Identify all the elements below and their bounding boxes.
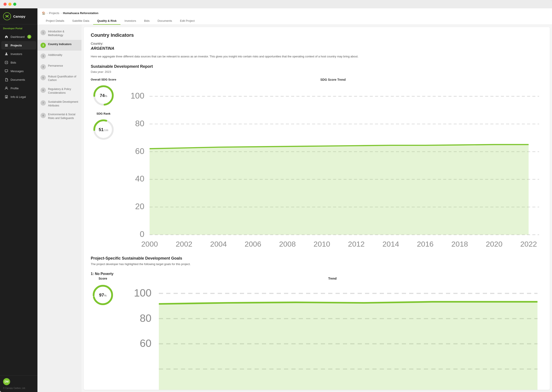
logo-text: Canopy xyxy=(13,14,25,18)
goal1-title: 1: No Poverty xyxy=(91,272,543,276)
svg-text:60: 60 xyxy=(140,337,152,349)
step-8[interactable]: 8 Environmental & Social Risks and Safeg… xyxy=(37,110,81,123)
step-4[interactable]: 4 Permanence xyxy=(37,61,81,72)
tab-quality-risk[interactable]: Quality & Risk xyxy=(93,17,121,25)
svg-text:0: 0 xyxy=(140,230,144,239)
step-num-3: 3 xyxy=(41,53,46,59)
breadcrumb-sep1: › xyxy=(47,11,48,15)
sidebar-item-investors[interactable]: Investors xyxy=(1,50,36,58)
sdg-rank-number: 51 xyxy=(99,127,103,132)
sdg-rank-label: SDG Rank xyxy=(91,112,116,115)
step-6[interactable]: 6 Regulatory & Policy Considerations xyxy=(37,85,81,98)
step-label-8: Environmental & Social Risks and Safegua… xyxy=(48,113,78,120)
tab-satellite-data[interactable]: Satellite Data xyxy=(68,17,93,25)
sidebar-item-bids[interactable]: Bids xyxy=(1,58,36,67)
step-label-5: Robust Quantification of Carbon xyxy=(48,75,78,82)
sidebar-item-info-legal[interactable]: Info & Legal xyxy=(1,93,36,101)
chat-icon xyxy=(4,69,8,73)
sidebar: Canopy Developer Portal Dashboard 1 xyxy=(0,8,37,392)
svg-rect-5 xyxy=(5,44,8,45)
step-label-3: Additionality xyxy=(48,53,62,57)
section-title: Country Indicators xyxy=(91,32,543,38)
step-7[interactable]: 7 Sustainable Development Attributes xyxy=(37,98,81,110)
tab-investors[interactable]: Investors xyxy=(121,17,140,25)
goal1-score-unit: % xyxy=(104,294,107,297)
svg-rect-13 xyxy=(6,97,7,98)
sdg-row: Overall SDG Score 74% xyxy=(91,78,543,249)
sdg-trend-chart: 100 80 60 40 20 0 xyxy=(123,84,543,248)
app-window: Canopy Developer Portal Dashboard 1 xyxy=(0,8,552,392)
sidebar-item-messages[interactable]: Messages xyxy=(1,67,36,75)
breadcrumb-projects[interactable]: Projects xyxy=(49,11,59,15)
sidebar-label-documents: Documents xyxy=(11,78,25,81)
home-breadcrumb-icon[interactable]: 🏠 xyxy=(42,11,45,15)
svg-text:2020: 2020 xyxy=(486,240,502,248)
svg-text:100: 100 xyxy=(131,91,144,100)
sidebar-section-label: Developer Portal xyxy=(0,24,37,31)
tab-project-details[interactable]: Project Details xyxy=(42,17,68,25)
goal1-score-label: Score xyxy=(91,277,115,280)
content-area: 1 Introduction & Methodology 2 Country I… xyxy=(37,25,552,392)
tab-documents[interactable]: Documents xyxy=(153,17,176,25)
svg-rect-7 xyxy=(5,46,8,46)
sidebar-item-dashboard[interactable]: Dashboard 1 xyxy=(1,33,36,41)
sdg-chart-title: SDG Score Trend xyxy=(123,78,543,81)
svg-text:2022: 2022 xyxy=(520,240,537,248)
step-1[interactable]: 1 Introduction & Methodology xyxy=(37,27,81,40)
goal1-trend-label: Trend xyxy=(122,277,543,280)
tab-bids[interactable]: Bids xyxy=(140,17,153,25)
goals-title: Project-Specific Sustainable Development… xyxy=(91,256,543,261)
sidebar-item-projects[interactable]: Projects xyxy=(1,41,36,49)
sidebar-item-documents[interactable]: Documents xyxy=(1,76,36,84)
svg-text:2012: 2012 xyxy=(348,240,364,248)
svg-text:60: 60 xyxy=(135,146,144,155)
logo-icon xyxy=(3,12,11,20)
sdg-rank-gauge: SDG Rank 51/166 xyxy=(91,112,116,142)
description-text: Here we aggregate three different data s… xyxy=(91,54,543,59)
breadcrumb-sep2: › xyxy=(61,11,61,15)
goal1-trend-col: Trend 100 80 6 xyxy=(122,277,543,390)
step-label-4: Permanence xyxy=(48,64,63,68)
overall-sdg-label: Overall SDG Score xyxy=(91,78,116,81)
building-icon xyxy=(4,95,8,99)
list-icon xyxy=(4,43,8,47)
user-icon xyxy=(4,86,8,90)
sidebar-label-dashboard: Dashboard xyxy=(11,35,25,38)
step-5[interactable]: 5 Robust Quantification of Carbon xyxy=(37,72,81,85)
sidebar-label-profile: Profile xyxy=(11,87,19,90)
svg-point-8 xyxy=(6,53,7,54)
sdg-gauges: Overall SDG Score 74% xyxy=(91,78,116,142)
home-icon xyxy=(4,35,8,39)
step-num-8: 8 xyxy=(41,113,46,118)
country-label: Country: xyxy=(91,42,543,45)
svg-point-2 xyxy=(8,15,9,16)
goal1-score-trend-row: Score 97% xyxy=(91,277,543,390)
svg-text:80: 80 xyxy=(135,119,144,128)
sidebar-label-messages: Messages xyxy=(11,70,24,73)
svg-text:2006: 2006 xyxy=(245,240,261,248)
overall-sdg-number: 74 xyxy=(100,93,105,98)
minimize-button[interactable] xyxy=(8,3,11,6)
dashboard-badge: 1 xyxy=(27,35,31,39)
goal1-score-number: 97 xyxy=(99,292,104,297)
sdg-trend-chart-area: SDG Score Trend 100 80 60 40 20 0 xyxy=(123,78,543,249)
goal1-score-col: Score 97% xyxy=(91,277,115,307)
sdg-rank-value: 51/166 xyxy=(99,127,108,132)
sidebar-footer: DM © Canopy Carbon, Ltd. xyxy=(0,375,37,392)
overall-sdg-unit: % xyxy=(105,94,107,98)
step-3[interactable]: 3 Additionality xyxy=(37,51,81,61)
step-2[interactable]: 2 Country Indicators xyxy=(37,40,81,51)
step-num-1: 1 xyxy=(41,30,46,35)
svg-marker-55 xyxy=(159,302,537,390)
close-button[interactable] xyxy=(4,3,7,6)
tab-edit-project[interactable]: Edit Project xyxy=(176,17,198,25)
svg-marker-32 xyxy=(150,145,529,235)
sidebar-item-profile[interactable]: Profile xyxy=(1,84,36,92)
doc-icon xyxy=(4,78,8,82)
step-label-1: Introduction & Methodology xyxy=(48,30,78,37)
avatar[interactable]: DM xyxy=(3,378,10,385)
overall-sdg-value: 74% xyxy=(100,93,107,98)
step-label-2: Country Indicators xyxy=(48,42,72,46)
goal1-score-value: 97% xyxy=(99,292,107,297)
maximize-button[interactable] xyxy=(13,3,16,6)
